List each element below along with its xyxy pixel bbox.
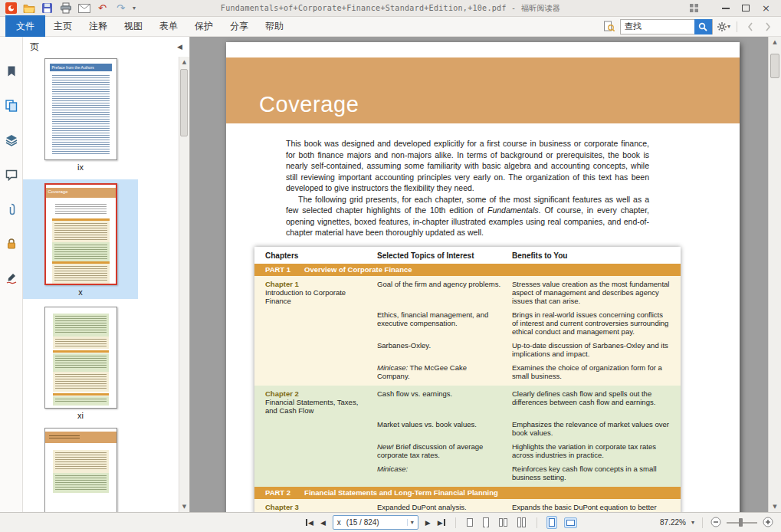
thumb-decor [53,337,109,349]
pages-thumbnails-icon[interactable] [5,99,18,113]
find-in-document-icon[interactable] [602,19,616,34]
tab-comment[interactable]: 注释 [80,16,116,37]
tab-home[interactable]: 主页 [45,16,80,37]
zoom-slider[interactable] [727,518,757,527]
signature-icon[interactable] [5,271,18,285]
status-bar: ◀ ◀ x (15 / 824) ▾ ▶ ▶ 87.22% ▾ [0,512,781,532]
thumbnail-list: Preface from the Authors ix Coverage [23,57,138,512]
save-icon[interactable] [41,2,54,15]
topic-cell: Ethics, financial management, and execut… [377,310,512,336]
scroll-down-arrow[interactable]: ▼ [179,504,189,510]
undo-icon[interactable]: ↶ [96,2,109,15]
menu-bar: 文件 主页 注释 视图 表单 保护 分享 帮助 ▾ [0,17,781,37]
paragraph: The following grid presents, for each ch… [286,194,649,238]
thumbnail-page[interactable] [44,307,117,409]
empty-cell [265,465,377,481]
thumbnail-item-ix[interactable]: Preface from the Authors ix [23,58,138,172]
zoom-in-button[interactable] [763,517,773,529]
part-label: PART 1 [265,265,290,274]
layout-grid-icon[interactable] [689,3,699,13]
thumbnail-page[interactable] [44,428,117,512]
chevron-down-icon[interactable]: ▾ [407,519,414,526]
view-single-page-icon[interactable] [465,517,474,528]
qat-customize-caret-icon[interactable]: ▾ [133,5,136,11]
next-page-button[interactable]: ▶ [425,519,431,527]
previous-view-icon[interactable] [743,19,757,34]
view-continuous-icon[interactable] [481,516,491,529]
panel-header: 页 ◀ [23,37,189,57]
scroll-up-arrow[interactable]: ▲ [179,59,189,65]
window-controls: × [689,3,776,13]
thumbnail-page[interactable]: Preface from the Authors [44,58,117,160]
tab-help[interactable]: 帮助 [257,16,292,37]
app-window: ↶ ↷ ▾ Fundamentals+of+Corporate+Finance+… [0,0,781,532]
collapse-panel-icon[interactable]: ◀ [177,43,182,51]
page-thumbnail-panel: 页 ◀ Preface from the Authors ix [23,37,190,512]
previous-page-button[interactable]: ◀ [320,519,326,527]
thumbnail-label: xi [77,411,84,420]
page-navigation-group: ◀ ◀ x (15 / 824) ▾ ▶ ▶ [305,513,577,532]
thumbnail-item-xi[interactable]: xi [23,307,138,420]
thumbnail-item-next[interactable] [23,428,138,512]
topic-cell: Cash flow vs. earnings. [377,389,512,415]
topic-cell: Minicase: The McGee Cake Company. [377,363,512,380]
tab-form[interactable]: 表单 [151,16,186,37]
scroll-down-arrow[interactable]: ▼ [769,504,781,510]
thumb-decor [52,75,110,155]
page-heading: Coverage [226,57,740,116]
view-facing-icon[interactable] [497,517,509,528]
last-page-button[interactable]: ▶ [438,519,446,527]
window-title: Fundamentals+of+Corporate+Finance+Standa… [221,3,560,14]
col-header-topics: Selected Topics of Interest [377,251,512,260]
email-icon[interactable] [77,2,90,15]
zoom-slider-handle[interactable] [739,518,743,527]
fit-width-icon[interactable] [564,517,577,528]
thumb-decor [49,435,80,440]
tab-share[interactable]: 分享 [222,16,257,37]
part-title: Financial Statements and Long-Term Finan… [304,488,498,497]
scrollbar-thumb[interactable] [180,69,188,136]
gear-caret-icon[interactable]: ▾ [727,23,730,30]
maximize-button[interactable] [742,5,750,11]
fit-page-icon[interactable] [546,516,557,529]
first-page-button[interactable]: ◀ [305,519,313,527]
tab-protect[interactable]: 保护 [186,16,222,37]
redo-icon[interactable]: ↷ [114,2,127,15]
chapter-cell: Chapter 3 Working with Financial [265,503,377,512]
scrollbar-thumb[interactable] [770,54,779,78]
comments-icon[interactable] [5,168,18,182]
tab-view[interactable]: 视图 [116,16,151,37]
chapter-subtitle: Financial Statements, Taxes, and Cash Fl… [265,398,369,415]
security-lock-icon[interactable] [5,237,18,251]
tab-file[interactable]: 文件 [5,15,45,38]
vertical-scrollbar[interactable]: ▲ ▼ [768,37,781,512]
minimize-button[interactable] [722,8,730,9]
bookmark-icon[interactable] [5,64,18,78]
gear-icon[interactable]: ▾ [717,19,730,34]
zoom-out-button[interactable] [710,517,721,529]
topic-cell: Expanded DuPont analysis. [377,503,512,512]
search-input[interactable] [621,20,694,34]
menu-right-group: ▾ [602,19,781,34]
attachments-icon[interactable] [5,202,18,216]
document-viewer[interactable]: Coverage This book was designed and deve… [190,37,781,512]
print-icon[interactable] [59,2,72,15]
thumbnail-item-x-selected[interactable]: Coverage x [23,179,138,299]
close-button[interactable]: × [762,3,770,13]
search-button[interactable] [694,19,712,34]
view-continuous-facing-icon[interactable] [516,516,527,529]
thumbnail-page-current[interactable]: Coverage [44,183,117,285]
zoom-dropdown-caret-icon[interactable]: ▾ [691,519,694,526]
title-bar: ↶ ↷ ▾ Fundamentals+of+Corporate+Finance+… [0,0,781,17]
layers-icon[interactable] [5,133,18,147]
scroll-up-arrow[interactable]: ▲ [769,39,781,45]
coverage-table: Chapters Selected Topics of Interest Ben… [254,247,681,512]
open-file-icon[interactable] [22,2,35,15]
page-number-box[interactable]: x (15 / 824) ▾ [333,515,418,530]
thumb-decor [55,204,107,214]
next-view-icon[interactable] [761,19,775,34]
thumbnail-scrollbar[interactable]: ▲ ▼ [179,57,189,512]
thumb-decor [53,396,109,406]
benefit-cell: Stresses value creation as the most fund… [512,280,670,305]
thumb-title-band [45,432,116,443]
